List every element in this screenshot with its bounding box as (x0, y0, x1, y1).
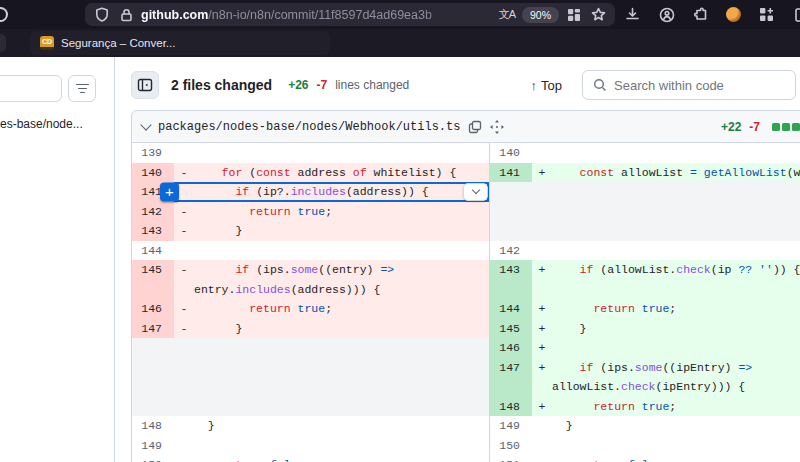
diff-marker (532, 436, 552, 456)
diff-row: 146+ (490, 338, 800, 358)
line-number[interactable]: 145 (132, 260, 174, 299)
tab-favicon: CD (40, 36, 54, 50)
additions-count: +26 (288, 78, 308, 92)
diff-row: 143+ if (allowList.check(ip ?? '')) { (490, 260, 800, 299)
line-number[interactable]: 140 (490, 143, 532, 163)
line-number[interactable]: 139 (132, 143, 174, 163)
file-path: packages/nodes-base/nodes/Webhook/utils.… (158, 120, 460, 134)
grid-icon[interactable] (566, 7, 582, 23)
chevron-down-icon[interactable] (140, 119, 151, 130)
lines-changed-label: lines changed (335, 78, 409, 92)
line-number[interactable]: 143 (132, 221, 174, 241)
diff-marker (174, 241, 194, 261)
filter-button[interactable] (68, 75, 96, 102)
add-comment-button[interactable]: + (160, 182, 179, 201)
tab-edge[interactable] (0, 34, 6, 52)
code-line (194, 143, 489, 163)
diff-spacer (132, 338, 489, 416)
url-path: /n8n-io/n8n/commit/11f8597d4ad69ea3b (208, 8, 432, 22)
extension-ball-icon[interactable] (726, 7, 741, 22)
code-line: const allowList = getAllowList(whitelist (552, 163, 800, 183)
copy-path-icon[interactable] (468, 120, 482, 134)
diff-marker (174, 455, 194, 462)
collapse-file-tree-button[interactable] (131, 71, 159, 99)
code-line: if (ips.some((entry) => entry.includes(a… (194, 260, 489, 299)
diff-header: 2 files changed +26 -7 lines changed ↑To… (131, 70, 796, 100)
translate-icon[interactable]: 文A (499, 7, 515, 23)
code-line: return true; (194, 202, 489, 222)
diff-marker: + (532, 260, 552, 299)
line-number[interactable]: 142 (132, 202, 174, 222)
shield-icon[interactable] (94, 7, 110, 23)
code-line: return true; (552, 397, 800, 417)
line-menu-button[interactable] (463, 183, 488, 201)
lock-icon[interactable] (118, 7, 134, 23)
code-line: } (194, 221, 489, 241)
code-line (194, 436, 489, 456)
diff-row: 142 (490, 241, 800, 261)
file-header-bar: packages/nodes-base/nodes/Webhook/utils.… (131, 110, 800, 143)
diff-row: 143- } (132, 221, 489, 241)
line-number[interactable]: 147 (132, 319, 174, 339)
diff-marker: - (174, 202, 194, 222)
line-number[interactable]: 151 (490, 455, 532, 462)
line-number[interactable]: 141 (490, 163, 532, 183)
url-text[interactable]: github.com/n8n-io/n8n/commit/11f8597d4ad… (141, 8, 499, 22)
bookmark-star-icon[interactable] (590, 7, 606, 23)
diff-marker: + (532, 163, 552, 183)
file-additions: +22 (721, 120, 741, 134)
file-tree-item[interactable]: es-base/node... (0, 117, 112, 131)
clipboard-icon[interactable] (792, 6, 800, 23)
line-number[interactable]: 144 (132, 241, 174, 261)
line-number[interactable]: 145 (490, 319, 532, 339)
github-page: es-base/node... 2 files changed +26 -7 l… (0, 57, 800, 462)
line-number[interactable]: 148 (132, 416, 174, 436)
line-number[interactable]: 150 (132, 455, 174, 462)
diff-marker: - (174, 221, 194, 241)
file-filter-input[interactable] (0, 75, 62, 102)
up-arrow-icon: ↑ (531, 78, 538, 93)
line-number[interactable]: 144 (490, 299, 532, 319)
diff-marker: - (174, 299, 194, 319)
address-bar[interactable]: github.com/n8n-io/n8n/commit/11f8597d4ad… (85, 3, 615, 26)
apps-grid-plus-icon[interactable] (758, 6, 775, 23)
line-number[interactable]: 147 (490, 358, 532, 397)
diff-row: 144+ return true; (490, 299, 800, 319)
zoom-level-badge[interactable]: 90% (522, 7, 559, 23)
diff-marker: + (532, 358, 552, 397)
line-number[interactable]: 142 (490, 241, 532, 261)
search-within-code[interactable]: Search within code (582, 70, 796, 100)
code-line: if (ip?.includes(address)) { (194, 182, 489, 202)
account-icon[interactable] (658, 6, 675, 23)
line-number[interactable]: 143 (490, 260, 532, 299)
drag-move-icon[interactable] (490, 120, 504, 134)
search-icon (593, 78, 607, 92)
diff-row: 149 (132, 436, 489, 456)
line-number[interactable]: 150 (490, 436, 532, 456)
diff-row: 142- return true; (132, 202, 489, 222)
line-number[interactable]: 149 (132, 436, 174, 456)
code-line (552, 338, 800, 358)
download-icon[interactable] (624, 6, 641, 23)
diff-marker (532, 416, 552, 436)
diff-row: 144 (132, 241, 489, 261)
line-number[interactable]: 146 (490, 338, 532, 358)
code-line: if (ips.some((ipEntry) => allowList.chec… (552, 358, 800, 397)
diff-row: 139 (132, 143, 489, 163)
filter-icon (76, 84, 89, 86)
line-number[interactable]: 146 (132, 299, 174, 319)
code-line (552, 436, 800, 456)
diff-marker (532, 455, 552, 462)
diff-spacer (490, 182, 800, 241)
line-number[interactable]: 140 (132, 163, 174, 183)
file-deletions: -7 (749, 120, 760, 134)
chevron-down-icon (471, 186, 479, 194)
active-tab[interactable]: CD Segurança – Conver... (30, 31, 330, 55)
reload-icon[interactable] (0, 7, 8, 22)
line-number[interactable]: 149 (490, 416, 532, 436)
code-line: } (552, 416, 800, 436)
line-number[interactable]: 148 (490, 397, 532, 417)
extension-puzzle-icon[interactable] (692, 6, 709, 23)
search-placeholder: Search within code (614, 78, 724, 93)
back-to-top-link[interactable]: ↑Top (531, 78, 562, 93)
